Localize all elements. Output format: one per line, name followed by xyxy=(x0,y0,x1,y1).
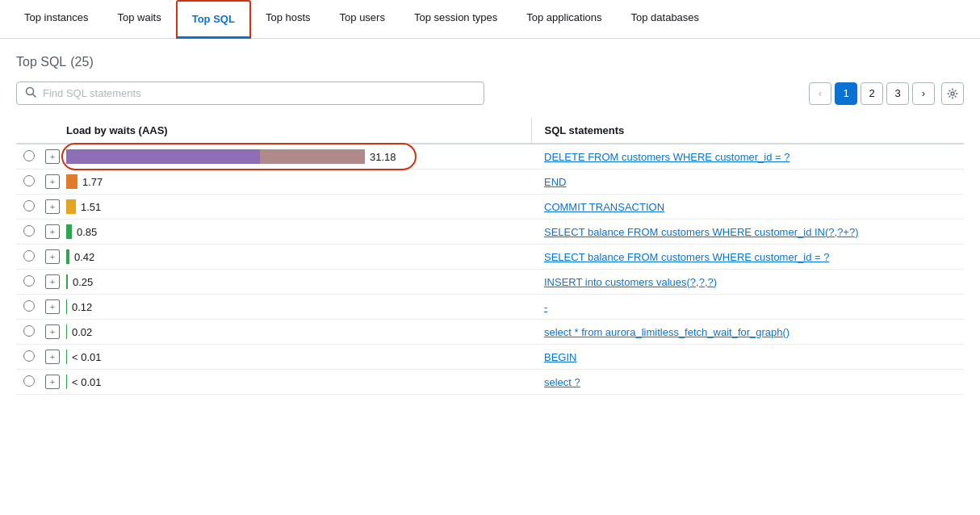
bar-container xyxy=(66,224,72,239)
row-sql-cell: INSERT into customers values(?,?,?) xyxy=(531,270,964,295)
row-radio-input[interactable] xyxy=(23,350,35,362)
row-radio-input[interactable] xyxy=(23,150,35,161)
bar-container xyxy=(66,375,67,389)
row-radio-input[interactable] xyxy=(23,325,35,337)
col-header-expand xyxy=(42,118,63,144)
tab-top-databases[interactable]: Top databases xyxy=(617,0,714,39)
row-sql-cell: DELETE FROM customers WHERE customer_id … xyxy=(531,144,964,170)
row-expand-cell: + xyxy=(42,270,63,295)
table-row: +31.18DELETE FROM customers WHERE custom… xyxy=(16,144,964,170)
row-expand-cell: + xyxy=(42,370,63,395)
expand-button[interactable]: + xyxy=(45,174,60,189)
col-header-select xyxy=(16,118,42,144)
row-expand-cell: + xyxy=(42,345,63,370)
expand-button[interactable]: + xyxy=(45,224,60,239)
tab-top-hosts[interactable]: Top hosts xyxy=(251,0,325,39)
main-content: Top SQL (25) ‹ 1 2 3 › xyxy=(0,39,980,409)
tab-top-session-types[interactable]: Top session types xyxy=(400,0,512,39)
bar-value: 1.51 xyxy=(81,201,110,213)
row-radio-input[interactable] xyxy=(23,175,35,186)
sql-statement-link[interactable]: - xyxy=(544,301,547,313)
expand-button[interactable]: + xyxy=(45,299,60,314)
expand-button[interactable]: + xyxy=(45,274,60,289)
row-sql-cell: select * from aurora_limitless_fetch_wai… xyxy=(531,320,964,345)
sql-statement-link[interactable]: select ? xyxy=(544,376,580,388)
bar-value: 0.85 xyxy=(77,226,106,238)
sql-statement-link[interactable]: COMMIT TRANSACTION xyxy=(544,201,664,213)
sql-statement-link[interactable]: SELECT balance FROM customers WHERE cust… xyxy=(544,226,859,238)
tab-top-instances[interactable]: Top instances xyxy=(10,0,103,39)
sql-statement-link[interactable]: BEGIN xyxy=(544,351,576,363)
row-radio-input[interactable] xyxy=(23,200,35,211)
bar-value: < 0.01 xyxy=(72,376,102,388)
row-expand-cell: + xyxy=(42,170,63,195)
page-1-button[interactable]: 1 xyxy=(835,82,857,105)
row-radio-cell xyxy=(16,270,42,295)
row-radio-input[interactable] xyxy=(23,250,35,262)
row-bar-cell: < 0.01 xyxy=(63,345,531,370)
row-bar-cell: 31.18 xyxy=(63,144,531,170)
bar-container xyxy=(66,149,365,164)
sql-statement-link[interactable]: select * from aurora_limitless_fetch_wai… xyxy=(544,326,789,338)
prev-page-button[interactable]: ‹ xyxy=(809,82,831,105)
table-row: +1.51COMMIT TRANSACTION xyxy=(16,195,964,220)
row-radio-cell xyxy=(16,320,42,345)
row-radio-cell xyxy=(16,220,42,245)
row-sql-cell: - xyxy=(531,295,964,320)
sql-statement-link[interactable]: END xyxy=(544,176,566,188)
row-expand-cell: + xyxy=(42,220,63,245)
bar-value: 0.12 xyxy=(72,301,101,313)
sql-statement-link[interactable]: INSERT into customers values(?,?,?) xyxy=(544,276,717,288)
bar-value: < 0.01 xyxy=(72,351,102,363)
row-radio-cell xyxy=(16,170,42,195)
row-sql-cell: COMMIT TRANSACTION xyxy=(531,195,964,220)
sql-statement-link[interactable]: SELECT balance FROM customers WHERE cust… xyxy=(544,251,829,263)
page-2-button[interactable]: 2 xyxy=(861,82,883,105)
row-expand-cell: + xyxy=(42,320,63,345)
bar-segment xyxy=(66,324,67,339)
expand-button[interactable]: + xyxy=(45,375,60,389)
row-radio-cell xyxy=(16,295,42,320)
bar-container xyxy=(66,174,77,189)
row-radio-input[interactable] xyxy=(23,275,35,287)
table-row: +0.42SELECT balance FROM customers WHERE… xyxy=(16,245,964,270)
row-radio-input[interactable] xyxy=(23,300,35,312)
page-title: Top SQL (25) xyxy=(16,53,964,70)
col-header-load: Load by waits (AAS) xyxy=(63,118,531,144)
table-row: +< 0.01BEGIN xyxy=(16,345,964,370)
table-row: +0.25INSERT into customers values(?,?,?) xyxy=(16,270,964,295)
page-3-button[interactable]: 3 xyxy=(886,82,909,105)
expand-button[interactable]: + xyxy=(45,199,60,214)
expand-button[interactable]: + xyxy=(45,350,60,364)
expand-button[interactable]: + xyxy=(45,249,60,264)
bar-segment xyxy=(66,375,67,389)
expand-button[interactable]: + xyxy=(45,324,60,339)
row-radio-input[interactable] xyxy=(23,225,35,237)
bar-segment xyxy=(66,149,260,164)
tab-top-applications[interactable]: Top applications xyxy=(512,0,616,39)
bar-segment xyxy=(66,350,67,364)
row-radio-cell xyxy=(16,245,42,270)
row-bar-cell: 0.42 xyxy=(63,245,531,270)
pagination: ‹ 1 2 3 › xyxy=(809,82,964,105)
row-sql-cell: SELECT balance FROM customers WHERE cust… xyxy=(531,220,964,245)
next-page-button[interactable]: › xyxy=(912,82,935,105)
tab-top-waits[interactable]: Top waits xyxy=(103,0,176,39)
row-bar-cell: 0.02 xyxy=(63,320,531,345)
sql-statement-link[interactable]: DELETE FROM customers WHERE customer_id … xyxy=(544,151,790,163)
expand-button[interactable]: + xyxy=(45,149,60,164)
row-radio-input[interactable] xyxy=(23,375,35,387)
row-expand-cell: + xyxy=(42,195,63,220)
search-input[interactable] xyxy=(43,87,475,99)
settings-button[interactable] xyxy=(941,82,964,105)
table-row: +0.12- xyxy=(16,295,964,320)
tabs-bar: Top instances Top waits Top SQL Top host… xyxy=(0,0,980,39)
tab-top-sql[interactable]: Top SQL xyxy=(176,0,251,39)
row-expand-cell: + xyxy=(42,295,63,320)
svg-point-2 xyxy=(951,92,954,95)
row-sql-cell: END xyxy=(531,170,964,195)
bar-value: 0.25 xyxy=(73,276,102,288)
tab-top-users[interactable]: Top users xyxy=(325,0,400,39)
row-expand-cell: + xyxy=(42,144,63,170)
row-radio-cell xyxy=(16,144,42,170)
